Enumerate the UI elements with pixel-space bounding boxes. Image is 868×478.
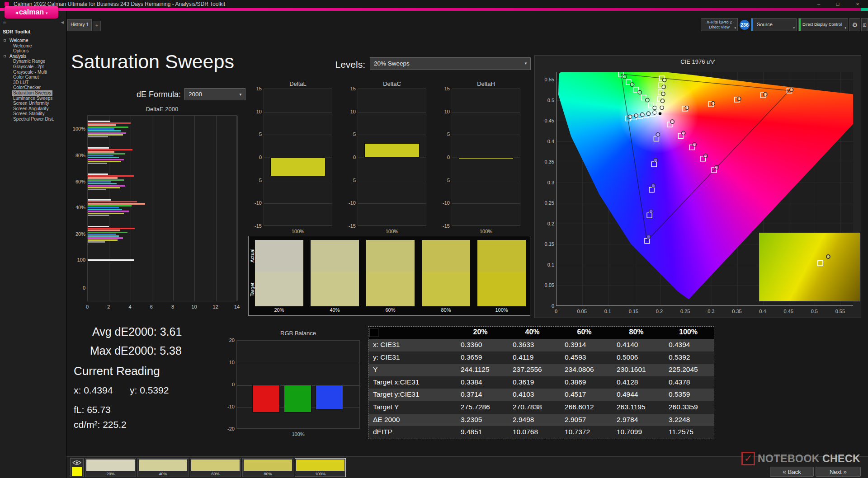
patch-button-60[interactable]: 60% bbox=[190, 458, 241, 477]
sidebar-item-analysis[interactable]: Analysis bbox=[0, 54, 66, 59]
actual-swatch-40% bbox=[311, 240, 359, 272]
sidebar-item-label: Analysis bbox=[8, 54, 28, 59]
collapse-sidebar-icon[interactable]: ◀ bbox=[61, 20, 64, 24]
column-header: 80% bbox=[610, 328, 662, 336]
sidebar-item-saturation-sweeps[interactable]: Saturation Sweeps bbox=[0, 90, 66, 96]
x-axis-label: 100% bbox=[358, 229, 426, 234]
sidebar-item-dynamic-range[interactable]: Dynamic Range bbox=[0, 59, 66, 64]
gridline bbox=[264, 181, 332, 181]
meter-name: X-Rite i1Pro 2 bbox=[701, 20, 737, 25]
gridline bbox=[131, 116, 131, 301]
settings-gear-button[interactable]: ⚙ bbox=[849, 18, 860, 31]
chevron-down-icon: ▾ bbox=[844, 26, 846, 30]
de2000-bar bbox=[88, 161, 121, 162]
maximize-button[interactable]: □ bbox=[828, 0, 847, 8]
table-cell: 244.1125 bbox=[461, 366, 490, 374]
sidebar-item-luminance-sweeps[interactable]: Luminance Sweeps bbox=[0, 96, 66, 101]
row-label: Y bbox=[373, 366, 377, 374]
patch-button-40[interactable]: 40% bbox=[137, 458, 189, 477]
gridline bbox=[358, 135, 426, 135]
back-button[interactable]: « Back bbox=[770, 467, 814, 477]
sidebar-item-screen-angularity[interactable]: Screen Angularity bbox=[0, 106, 66, 112]
new-tab-button[interactable]: + bbox=[93, 21, 101, 31]
y-tick-label: 0.4 bbox=[536, 139, 554, 144]
y-tick-label: 100% bbox=[69, 126, 85, 131]
magenta-measured-marker bbox=[670, 120, 674, 123]
chevron-down-icon: ▼ bbox=[239, 89, 242, 100]
cyan-measured-marker bbox=[641, 113, 644, 117]
source-button[interactable]: Source ▾ bbox=[751, 18, 797, 31]
sidebar-item-label: Screen Uniformity bbox=[12, 101, 50, 106]
minimize-button[interactable]: – bbox=[809, 0, 828, 8]
cie-diagram-panel: CIE 1976 u'v'00.050.10.150.20.250.30.350… bbox=[534, 55, 861, 318]
de2000-bar bbox=[88, 228, 135, 229]
sidebar-item-welcome[interactable]: Welcome bbox=[0, 43, 66, 49]
red-measured-marker bbox=[685, 106, 689, 109]
actual-swatch-60% bbox=[366, 240, 415, 272]
menu-icon[interactable]: ≡ bbox=[3, 19, 6, 25]
blue-measured-marker bbox=[651, 184, 655, 187]
patch-label: 40% bbox=[138, 472, 188, 476]
y-tick-label: 0.15 bbox=[536, 241, 554, 247]
x-tick-label: 0.5 bbox=[805, 309, 823, 314]
meter-button[interactable]: X-Rite i1Pro 2 Direct View ▾ bbox=[701, 18, 738, 31]
tab-history[interactable]: History 1 bbox=[67, 19, 92, 31]
swatch-row-label: Actual bbox=[249, 240, 255, 272]
patch-button-20[interactable]: 20% bbox=[85, 458, 136, 477]
sidebar-item-options[interactable]: Options bbox=[0, 48, 66, 54]
levels-dropdown[interactable]: 20% Sweeps ▼ bbox=[370, 57, 531, 70]
sidebar-item-colorchecker[interactable]: ColorChecker bbox=[0, 85, 66, 90]
y-tick-label: 0 bbox=[69, 285, 85, 291]
patch-button-100[interactable]: 100% bbox=[295, 458, 346, 477]
next-button[interactable]: Next » bbox=[816, 467, 861, 477]
sidebar-item-grayscale-multi[interactable]: Grayscale - Multi bbox=[0, 70, 66, 75]
y-tick-label: 10 bbox=[438, 109, 450, 114]
sidebar-item-color-gamut[interactable]: Color Gamut bbox=[0, 75, 66, 80]
de2000-bar bbox=[88, 151, 114, 152]
max-de2000: Max dE2000: 5.38 bbox=[90, 344, 182, 357]
sidebar-item-spectral-power-dist[interactable]: Spectral Power Dist. bbox=[0, 117, 66, 122]
x-tick-label: 0.35 bbox=[728, 309, 746, 314]
sidebar-item-screen-stability[interactable]: Screen Stability bbox=[0, 111, 66, 117]
y-tick-label: 80% bbox=[69, 153, 85, 158]
calman-menu-button[interactable]: ◂calman▾ bbox=[5, 6, 58, 19]
de2000-bar bbox=[88, 207, 119, 208]
y-tick-label: 60% bbox=[69, 179, 85, 184]
gridline bbox=[264, 112, 332, 112]
y-tick-label: 15 bbox=[438, 86, 450, 91]
sidebar-item-welcome[interactable]: Welcome bbox=[0, 38, 66, 43]
cyan-measured-marker bbox=[634, 114, 638, 117]
preview-toggle-button[interactable] bbox=[70, 458, 84, 477]
gridline bbox=[264, 135, 332, 135]
source-label: Source bbox=[757, 22, 773, 27]
de2000-bar bbox=[88, 234, 116, 235]
cyan-measured-marker bbox=[646, 112, 650, 115]
patch-button-80[interactable]: 80% bbox=[242, 458, 293, 477]
calman-window: Calman 2022 Calman Ultimate for Business… bbox=[0, 0, 868, 478]
y-tick-label: -10 bbox=[344, 200, 356, 206]
table-corner-box bbox=[369, 328, 378, 337]
table-cell: 260.3359 bbox=[669, 403, 698, 411]
row-label: ΔE 2000 bbox=[373, 416, 400, 424]
x-tick-label: 2 bbox=[102, 304, 115, 309]
de2000-bar bbox=[88, 134, 123, 136]
reading-cdm2: cd/m²: 225.2 bbox=[74, 419, 127, 430]
column-header: 40% bbox=[506, 328, 558, 336]
sidebar-item-3d-lut[interactable]: 3D LUT bbox=[0, 80, 66, 85]
de-formula-dropdown[interactable]: 2000 ▼ bbox=[184, 88, 245, 100]
panel-toggle-button[interactable]: ⊞ bbox=[861, 18, 868, 31]
de2000-bar bbox=[88, 203, 145, 204]
plot-area bbox=[452, 89, 520, 226]
display-control-button[interactable]: Direct Display Control ▾ bbox=[798, 18, 848, 31]
sidebar-item-grayscale-2pt[interactable]: Grayscale - 2pt bbox=[0, 64, 66, 70]
x-axis-label: 100% bbox=[236, 431, 360, 437]
sidebar-item-screen-uniformity[interactable]: Screen Uniformity bbox=[0, 101, 66, 106]
x-tick-label: 14 bbox=[230, 304, 244, 309]
tree-expander-icon bbox=[4, 55, 6, 57]
eye-icon bbox=[72, 460, 81, 465]
gridline bbox=[358, 203, 426, 204]
active-patch-color bbox=[72, 467, 82, 476]
patch-label: 60% bbox=[190, 472, 241, 476]
rgb-bar-blue bbox=[316, 385, 343, 410]
close-button[interactable]: × bbox=[847, 0, 868, 8]
